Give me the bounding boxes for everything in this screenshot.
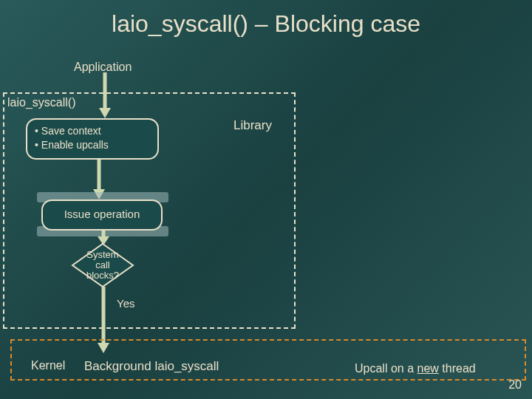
laio-syscall-label: laio_syscall() — [7, 96, 75, 109]
save-context-box: • Save context • Enable upcalls — [26, 118, 159, 160]
slide-number: 20 — [508, 378, 522, 392]
upcall-suffix: thread — [439, 362, 476, 375]
diamond-line1: System — [86, 250, 119, 260]
library-label: Library — [233, 118, 272, 133]
issue-operation-box: Issue operation — [41, 200, 163, 231]
diamond-line3: blocks? — [86, 270, 119, 281]
decision-diamond: System call blocks? — [71, 242, 134, 288]
slide-title: laio_syscall() – Blocking case — [0, 0, 532, 38]
upcall-prefix: Upcall on a — [355, 362, 417, 375]
save-line2: • Enable upcalls — [35, 138, 150, 152]
save-line1: • Save context — [35, 124, 150, 138]
kernel-label: Kernel — [31, 359, 65, 372]
upcall-label: Upcall on a new thread — [355, 362, 476, 375]
yes-branch-label: Yes — [117, 297, 134, 310]
background-syscall-label: Background laio_syscall — [84, 359, 219, 374]
upcall-new: new — [417, 362, 439, 375]
diamond-line2: call — [86, 260, 119, 270]
